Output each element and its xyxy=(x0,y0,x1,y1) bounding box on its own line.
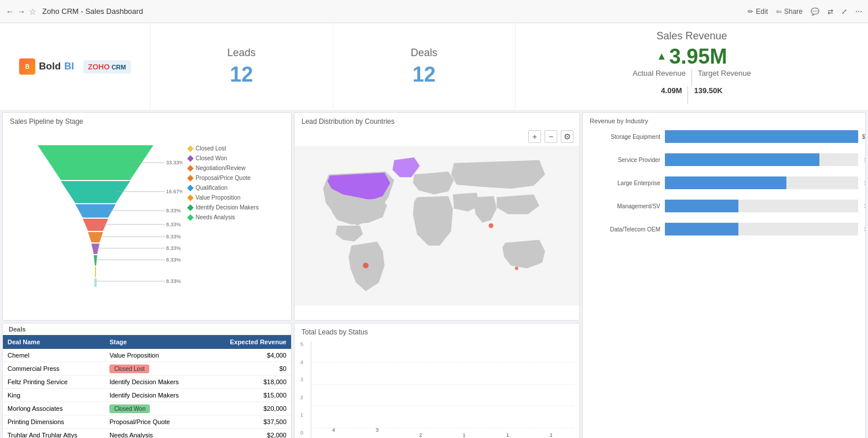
legend-item: Proposal/Price Quote xyxy=(188,175,285,181)
share-button[interactable]: ⇦ Share xyxy=(776,8,803,16)
status-bar-group: 4 Contact in Future xyxy=(314,427,353,438)
svg-marker-6 xyxy=(94,255,97,266)
bar-track: $400K xyxy=(665,223,858,235)
y-axis: 0 1 2 3 4 5 xyxy=(300,341,311,438)
stage-badge: Closed Won xyxy=(109,404,150,413)
svg-marker-2 xyxy=(75,204,116,218)
link-icon[interactable]: ⇄ xyxy=(827,8,833,16)
revenue-cell: $0 xyxy=(206,362,291,376)
svg-text:8.33%: 8.33% xyxy=(166,234,181,240)
legend-item: Closed Lost xyxy=(188,145,285,152)
status-bar-group: 3 Attempted to Contact xyxy=(358,427,396,438)
browser-navigation: ← → ☆ xyxy=(6,7,36,16)
bar-row: Data/Telecom OEM $400K xyxy=(590,223,858,235)
deal-name-cell: Commercial Press xyxy=(3,362,105,376)
deals-metric: Deals 12 xyxy=(333,23,516,110)
stage-badge: Closed Lost xyxy=(109,365,149,373)
revenue-cell: $18,000 xyxy=(206,376,291,389)
svg-text:8.33%: 8.33% xyxy=(166,257,181,263)
bar-value: $830K xyxy=(865,157,866,163)
industry-panel: Revenue by Industry Storage Equipment $1… xyxy=(582,112,866,438)
leads-status-panel: Total Leads by Status 0 1 2 3 4 5 xyxy=(294,323,580,438)
bar-fill xyxy=(665,200,738,212)
bar-fill xyxy=(665,153,819,166)
bar-track: $400K xyxy=(665,200,858,212)
revenue-value: ▲ 3.95M xyxy=(657,45,727,69)
bold-text: Bold xyxy=(39,61,61,72)
legend-color xyxy=(187,214,193,220)
leads-title: Leads xyxy=(227,47,256,59)
bar-fill xyxy=(665,130,858,143)
stage-cell: Proposal/Price Quote xyxy=(105,415,206,429)
svg-point-27 xyxy=(489,223,494,228)
bar-row: Management/SV $400K xyxy=(590,200,858,212)
legend-color xyxy=(187,155,193,161)
svg-marker-8 xyxy=(94,278,97,287)
bar-label: Data/Telecom OEM xyxy=(590,226,665,233)
revenue-values: 4.09M 139.50K xyxy=(661,86,722,104)
bar-track: $830K xyxy=(665,153,858,166)
svg-text:16.67%: 16.67% xyxy=(166,189,182,194)
deals-section-title: Deals xyxy=(3,323,291,335)
deal-name-cell: Printing Dimensions xyxy=(3,415,105,429)
bar-track: $1.04M xyxy=(665,130,858,143)
table-row: Commercial PressClosed Lost$0 xyxy=(3,362,291,376)
forward-button[interactable]: → xyxy=(17,7,25,16)
reset-button[interactable]: ⚙ xyxy=(561,130,573,143)
comment-icon[interactable]: 💬 xyxy=(811,8,819,16)
browser-actions: ✏ Edit ⇦ Share 💬 ⇄ ⤢ ⋯ xyxy=(748,8,862,16)
browser-title: Zoho CRM - Sales Dashboard xyxy=(42,7,742,16)
map-controls: + − ⚙ xyxy=(528,130,573,143)
funnel-legend: Closed Lost Closed Won Negotiation/Revie… xyxy=(182,134,285,224)
legend-color xyxy=(187,175,193,181)
bar-track: $650K xyxy=(665,176,858,189)
stage-cell: Value Proposition xyxy=(105,349,206,362)
funnel-title: Sales Pipeline by Stage xyxy=(3,113,291,128)
map-panel: Lead Distribution by Countries + − ⚙ xyxy=(294,112,580,321)
zoho-logo: ZOHO CRM xyxy=(83,60,131,73)
svg-marker-5 xyxy=(91,244,100,254)
zoom-in-button[interactable]: + xyxy=(528,130,541,143)
stage-cell: Closed Won xyxy=(105,402,206,415)
status-bar-group: 1 Lost Lead xyxy=(445,432,484,438)
industry-bar-chart: Storage Equipment $1.04M Service Provide… xyxy=(583,126,865,438)
svg-marker-7 xyxy=(95,267,96,277)
deals-table: Deal Name Stage Expected Revenue ChemelV… xyxy=(3,335,291,438)
leads-status-chart: 0 1 2 3 4 5 xyxy=(295,338,579,438)
bar-fill xyxy=(665,223,738,235)
legend-color xyxy=(187,145,193,152)
legend-color xyxy=(187,194,193,201)
revenue-metric: Sales Revenue ▲ 3.95M Actual Revenue Tar… xyxy=(516,23,868,110)
edit-button[interactable]: ✏ Edit xyxy=(748,8,768,16)
revenue-cell: $37,500 xyxy=(206,415,291,429)
revenue-cell: $4,000 xyxy=(206,349,291,362)
star-icon[interactable]: ☆ xyxy=(29,7,36,16)
boldbi-icon: B xyxy=(19,58,35,75)
legend-color xyxy=(187,165,193,171)
svg-marker-4 xyxy=(88,232,103,242)
more-icon[interactable]: ⋯ xyxy=(855,8,862,16)
svg-text:8.33%: 8.33% xyxy=(166,245,181,251)
funnel-container: 33.33% 16.67% 8.33% 8.33% 8.33% xyxy=(3,128,291,318)
revenue-sub: Actual Revenue Target Revenue xyxy=(632,69,751,86)
expand-icon[interactable]: ⤢ xyxy=(841,8,847,16)
bar-value: $1.04M xyxy=(862,134,866,140)
revenue-cell: $2,000 xyxy=(206,429,291,439)
deal-name-cell: Chemel xyxy=(3,349,105,362)
col-deal-name: Deal Name xyxy=(3,335,105,349)
table-row: Printing DimensionsProposal/Price Quote$… xyxy=(3,415,291,429)
legend-item: Identify Decision Makers xyxy=(188,204,285,211)
bar-label: Storage Equipment xyxy=(590,134,665,140)
back-button[interactable]: ← xyxy=(6,7,14,16)
bar-value: $400K xyxy=(865,203,866,209)
map-title: Lead Distribution by Countries xyxy=(295,113,579,128)
leads-metric: Leads 12 xyxy=(150,23,333,110)
dashboard: B BoldBI ZOHO CRM Leads 12 Deals 12 Sale… xyxy=(0,23,868,438)
leads-value: 12 xyxy=(230,62,253,87)
zoom-out-button[interactable]: − xyxy=(545,130,557,143)
deals-value: 12 xyxy=(413,62,436,87)
svg-point-26 xyxy=(363,263,369,268)
bar-row: Service Provider $830K xyxy=(590,153,858,166)
legend-item: Negotiation/Review xyxy=(188,165,285,171)
col-revenue: Expected Revenue xyxy=(206,335,291,349)
